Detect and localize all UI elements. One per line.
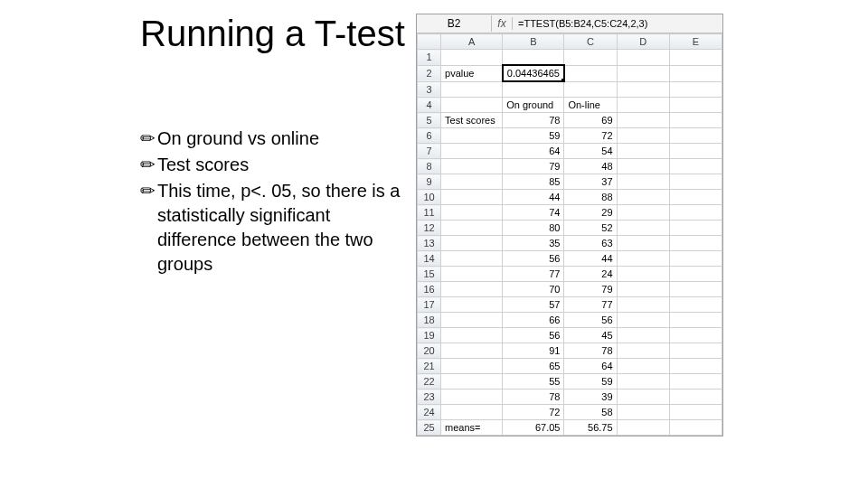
cell-b9[interactable]: 85 — [503, 174, 564, 190]
cell-b1[interactable] — [503, 50, 564, 66]
cell-d9[interactable] — [617, 174, 669, 190]
cell-a3[interactable] — [441, 81, 503, 98]
cell-e10[interactable] — [669, 190, 722, 205]
cell-a13[interactable] — [441, 236, 503, 251]
cell-d19[interactable] — [617, 328, 669, 343]
cell-d8[interactable] — [617, 159, 669, 174]
cell-c4[interactable]: On-line — [564, 98, 617, 113]
cell-d21[interactable] — [617, 359, 669, 374]
cell-a11[interactable] — [441, 205, 503, 221]
cell-d13[interactable] — [617, 236, 669, 251]
col-header-b[interactable]: B — [503, 34, 564, 50]
row-header[interactable]: 7 — [418, 144, 441, 159]
cell-c23[interactable]: 39 — [564, 389, 617, 405]
cell-c5[interactable]: 69 — [564, 113, 617, 128]
cell-c18[interactable]: 56 — [564, 313, 617, 328]
cell-c24[interactable]: 58 — [564, 405, 617, 420]
cell-e20[interactable] — [669, 343, 722, 359]
cell-a23[interactable] — [441, 389, 503, 405]
row-header[interactable]: 13 — [418, 236, 441, 251]
cell-e11[interactable] — [669, 205, 722, 221]
row-header[interactable]: 16 — [418, 282, 441, 297]
cell-c25[interactable]: 56.75 — [564, 420, 617, 436]
cell-b2[interactable]: 0.04436465 — [503, 65, 564, 81]
cell-c19[interactable]: 45 — [564, 328, 617, 343]
cell-a5[interactable]: Test scores — [441, 113, 503, 128]
cell-a8[interactable] — [441, 159, 503, 174]
cell-d23[interactable] — [617, 389, 669, 405]
cell-c2[interactable] — [564, 65, 617, 81]
cell-a12[interactable] — [441, 221, 503, 236]
cell-e19[interactable] — [669, 328, 722, 343]
cell-e9[interactable] — [669, 174, 722, 190]
row-header[interactable]: 15 — [418, 267, 441, 282]
cell-e17[interactable] — [669, 297, 722, 313]
cell-e23[interactable] — [669, 389, 722, 405]
cell-d22[interactable] — [617, 374, 669, 389]
cell-d14[interactable] — [617, 251, 669, 267]
col-header-e[interactable]: E — [669, 34, 722, 50]
cell-d10[interactable] — [617, 190, 669, 205]
cell-d3[interactable] — [617, 81, 669, 98]
cell-e18[interactable] — [669, 313, 722, 328]
cell-c6[interactable]: 72 — [564, 128, 617, 144]
cell-e15[interactable] — [669, 267, 722, 282]
cell-c1[interactable] — [564, 50, 617, 66]
cell-b20[interactable]: 91 — [503, 343, 564, 359]
cell-d6[interactable] — [617, 128, 669, 144]
cell-c12[interactable]: 52 — [564, 221, 617, 236]
cell-c3[interactable] — [564, 81, 617, 98]
select-all-cell[interactable] — [418, 34, 441, 50]
cell-c10[interactable]: 88 — [564, 190, 617, 205]
cell-b24[interactable]: 72 — [503, 405, 564, 420]
cell-b8[interactable]: 79 — [503, 159, 564, 174]
cell-c20[interactable]: 78 — [564, 343, 617, 359]
cell-d7[interactable] — [617, 144, 669, 159]
cell-d18[interactable] — [617, 313, 669, 328]
cell-d11[interactable] — [617, 205, 669, 221]
row-header[interactable]: 18 — [418, 313, 441, 328]
cell-a17[interactable] — [441, 297, 503, 313]
cell-d25[interactable] — [617, 420, 669, 436]
row-header[interactable]: 1 — [418, 50, 441, 66]
cell-e3[interactable] — [669, 81, 722, 98]
cell-a21[interactable] — [441, 359, 503, 374]
cell-a19[interactable] — [441, 328, 503, 343]
cell-d1[interactable] — [617, 50, 669, 66]
row-header[interactable]: 24 — [418, 405, 441, 420]
cell-e12[interactable] — [669, 221, 722, 236]
row-header[interactable]: 17 — [418, 297, 441, 313]
row-header[interactable]: 5 — [418, 113, 441, 128]
cell-b3[interactable] — [503, 81, 564, 98]
cell-a2[interactable]: pvalue — [441, 65, 503, 81]
row-header[interactable]: 21 — [418, 359, 441, 374]
cell-d5[interactable] — [617, 113, 669, 128]
row-header[interactable]: 23 — [418, 389, 441, 405]
cell-b19[interactable]: 56 — [503, 328, 564, 343]
row-header[interactable]: 4 — [418, 98, 441, 113]
cell-b21[interactable]: 65 — [503, 359, 564, 374]
cell-b10[interactable]: 44 — [503, 190, 564, 205]
cell-b13[interactable]: 35 — [503, 236, 564, 251]
cell-e14[interactable] — [669, 251, 722, 267]
cell-b15[interactable]: 77 — [503, 267, 564, 282]
cell-d12[interactable] — [617, 221, 669, 236]
cell-a20[interactable] — [441, 343, 503, 359]
excel-grid[interactable]: ABCDE12pvalue0.0443646534On groundOn-lin… — [417, 33, 722, 436]
cell-d4[interactable] — [617, 98, 669, 113]
cell-b25[interactable]: 67.05 — [503, 420, 564, 436]
cell-d24[interactable] — [617, 405, 669, 420]
name-box[interactable]: B2 — [417, 15, 492, 32]
cell-a15[interactable] — [441, 267, 503, 282]
cell-e2[interactable] — [669, 65, 722, 81]
cell-e6[interactable] — [669, 128, 722, 144]
cell-b12[interactable]: 80 — [503, 221, 564, 236]
cell-c22[interactable]: 59 — [564, 374, 617, 389]
cell-b14[interactable]: 56 — [503, 251, 564, 267]
cell-a25[interactable]: means= — [441, 420, 503, 436]
formula-input[interactable]: =TTEST(B5:B24,C5:C24,2,3) — [513, 16, 722, 31]
cell-a9[interactable] — [441, 174, 503, 190]
cell-e13[interactable] — [669, 236, 722, 251]
cell-e4[interactable] — [669, 98, 722, 113]
cell-d17[interactable] — [617, 297, 669, 313]
